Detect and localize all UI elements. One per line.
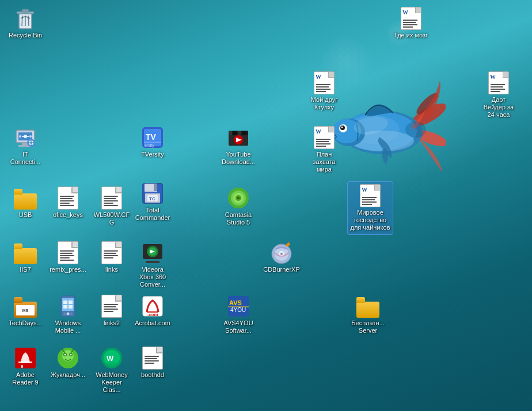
svg-rect-52 bbox=[69, 305, 73, 309]
links2-label: links2 bbox=[104, 319, 120, 327]
usb-label: USB bbox=[19, 211, 32, 219]
desktop: Recycle Bin IT Con bbox=[0, 0, 532, 411]
svg-point-13 bbox=[352, 114, 389, 137]
tversity-image: TV ersity bbox=[141, 126, 164, 149]
cdburner-label: CDBurnerXP bbox=[263, 266, 300, 273]
boothdd-image bbox=[141, 347, 164, 370]
links-icon[interactable]: links bbox=[91, 239, 132, 276]
gde-ih-mozg-image: W bbox=[400, 7, 423, 30]
wl500w-icon[interactable]: WL500W.CFG bbox=[91, 184, 132, 229]
svg-text:4YOU: 4YOU bbox=[230, 307, 246, 313]
plan-zahvata-icon[interactable]: W План захвата мира bbox=[303, 124, 345, 176]
links-image bbox=[100, 241, 123, 264]
svg-point-12 bbox=[405, 121, 426, 138]
svg-point-85 bbox=[237, 197, 240, 199]
avs4you-image: AVS 4YOU bbox=[227, 295, 250, 318]
camtasia-icon[interactable]: Camtasia Studio 5 bbox=[218, 184, 259, 229]
recycle-bin-icon[interactable]: Recycle Bin bbox=[5, 5, 46, 41]
videora-icon[interactable]: Videora Xbox 360 Conver... bbox=[132, 239, 173, 291]
svg-text:W: W bbox=[107, 354, 114, 363]
moy-drug-image: W bbox=[313, 71, 336, 94]
svg-text:TV: TV bbox=[146, 132, 157, 142]
remix-pres-image bbox=[56, 241, 79, 264]
it-connect-label: IT Connecti... bbox=[7, 151, 44, 166]
svg-text:.com: .com bbox=[147, 312, 158, 317]
svg-point-0 bbox=[408, 99, 446, 131]
svg-rect-16 bbox=[22, 9, 29, 12]
svg-point-2 bbox=[414, 90, 441, 117]
svg-point-3 bbox=[342, 111, 423, 154]
gde-ih-mozg-icon[interactable]: W Где их мозг bbox=[390, 5, 432, 41]
boothdd-icon[interactable]: boothdd bbox=[132, 344, 173, 381]
svg-point-4 bbox=[342, 112, 417, 151]
usb-folder-icon[interactable]: USB bbox=[5, 184, 46, 221]
remix-pres-label: remix_pres... bbox=[50, 266, 86, 273]
svg-rect-78 bbox=[238, 131, 241, 135]
it-connect-icon[interactable]: IT Connecti... bbox=[5, 124, 46, 168]
webmoney-label: WebMoney Keeper Clas... bbox=[93, 371, 130, 394]
links2-image bbox=[100, 295, 123, 318]
iis7-icon[interactable]: IIS7 bbox=[5, 239, 46, 276]
tversity-icon[interactable]: TV ersity TVersity bbox=[132, 124, 173, 161]
wl500w-label: WL500W.CFG bbox=[93, 211, 130, 226]
webmoney-icon[interactable]: W WebMoney Keeper Clas... bbox=[91, 344, 132, 397]
youtube-dl-image bbox=[227, 126, 250, 149]
links2-icon[interactable]: links2 bbox=[91, 292, 132, 329]
total-commander-label: Total Commander bbox=[134, 207, 171, 222]
mirovoe-label: Мировое господство для чайников bbox=[350, 209, 390, 232]
videora-image bbox=[141, 241, 164, 264]
camtasia-image bbox=[227, 187, 250, 210]
adobe-reader-label: Adobe Reader 9 bbox=[7, 371, 44, 386]
windows-mobile-icon[interactable]: Windows Mobile ... bbox=[47, 292, 89, 337]
svg-rect-50 bbox=[69, 300, 73, 304]
moy-drug-label: Мой друг Ктулху bbox=[306, 96, 343, 111]
total-commander-icon[interactable]: TC Total Commander bbox=[132, 180, 173, 224]
recycle-bin-image bbox=[14, 7, 37, 30]
svg-rect-36 bbox=[154, 184, 157, 191]
avs4you-icon[interactable]: AVS 4YOU AVS4YOU Softwar... bbox=[218, 292, 259, 337]
gde-ih-mozg-label: Где их мозг bbox=[394, 32, 428, 39]
acrobat-image: .com bbox=[141, 295, 164, 318]
svg-rect-49 bbox=[63, 300, 67, 304]
svg-point-24 bbox=[24, 135, 27, 138]
links-label: links bbox=[105, 266, 118, 273]
acrobat-label: Acrobat.com bbox=[135, 319, 170, 327]
acrobat-icon[interactable]: .com Acrobat.com bbox=[132, 292, 173, 329]
recycle-bin-label: Recycle Bin bbox=[9, 32, 42, 39]
techdays-icon[interactable]: MS TechDays... bbox=[5, 292, 46, 329]
wl500w-image bbox=[100, 187, 123, 210]
svg-text:AVS: AVS bbox=[229, 299, 242, 306]
zhukla-image bbox=[56, 347, 79, 370]
besplatn-server-icon[interactable]: Бесплатн... Server bbox=[347, 292, 389, 337]
ofice-keys-icon[interactable]: ofice_keys bbox=[47, 184, 89, 221]
remix-pres-icon[interactable]: remix_pres... bbox=[47, 239, 89, 276]
svg-point-28 bbox=[29, 135, 32, 138]
svg-text:9: 9 bbox=[21, 364, 24, 369]
moy-drug-icon[interactable]: W Мой друг Ктулху bbox=[303, 69, 345, 113]
youtube-dl-icon[interactable]: YouTube Download... bbox=[218, 124, 259, 168]
svg-point-1 bbox=[413, 127, 446, 149]
dart-vader-image: W bbox=[487, 71, 510, 94]
cdburner-image bbox=[270, 241, 293, 264]
total-commander-image: TC bbox=[141, 182, 164, 205]
zhukla-icon[interactable]: Жукладоч... bbox=[47, 344, 89, 381]
iis7-label: IIS7 bbox=[20, 266, 31, 273]
usb-folder-image bbox=[14, 187, 37, 210]
mirovoe-icon[interactable]: W Мировое господство для чайников bbox=[347, 181, 393, 235]
boothdd-label: boothdd bbox=[141, 371, 164, 379]
svg-rect-43 bbox=[146, 261, 159, 263]
ofice-keys-label: ofice_keys bbox=[53, 211, 83, 219]
svg-rect-57 bbox=[18, 361, 32, 363]
svg-point-46 bbox=[67, 313, 70, 315]
mirovoe-image: W bbox=[359, 184, 382, 207]
besplatn-server-image bbox=[356, 295, 379, 318]
cdburner-icon[interactable]: CDBurnerXP bbox=[261, 239, 302, 276]
tversity-label: TVersity bbox=[141, 151, 164, 158]
svg-text:ersity: ersity bbox=[145, 143, 154, 148]
svg-point-47 bbox=[64, 313, 66, 315]
dart-vader-icon[interactable]: W Дарт Вейдер за 24 часа bbox=[478, 69, 519, 121]
svg-point-6 bbox=[351, 131, 414, 151]
techdays-image: MS bbox=[14, 295, 37, 318]
besplatn-server-label: Бесплатн... Server bbox=[349, 319, 386, 334]
adobe-reader-icon[interactable]: 9 Adobe Reader 9 bbox=[5, 344, 46, 389]
